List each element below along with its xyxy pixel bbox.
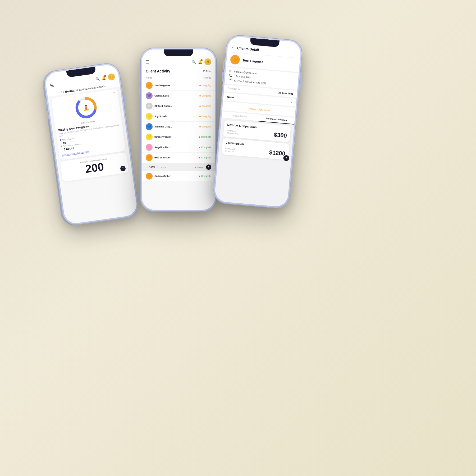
hamburger-icon-2[interactable]: ☰ [146, 59, 149, 65]
notes-label: Notes [227, 95, 235, 99]
solution-price-2: $1200 [269, 149, 286, 157]
status-joy: On-going [202, 115, 211, 118]
change-client-detail-link[interactable]: Change Client Detail [248, 107, 270, 112]
status-clifford: On-going [202, 105, 211, 107]
help-btn-center[interactable]: ? [206, 164, 211, 170]
notes-chevron[interactable]: ∨ [290, 100, 292, 104]
client-row-andrea[interactable]: 🧡 Andrea Collier Complete [142, 171, 215, 181]
status-terri: On-going [202, 84, 211, 87]
client-row-angelina[interactable]: 🩷 Angelina Mc... Complete [142, 142, 215, 153]
location-icon: 📍 [228, 79, 232, 82]
client-name-glenda: Glenda Koss [154, 94, 169, 97]
phone1-screen: ☰ 🔍 🔔 😊 Hi Bertha, Hi Bertha, welcome ba… [44, 64, 138, 225]
start-join-date: 24 June 2021 [278, 91, 293, 95]
status-kimberly: Complete [201, 136, 211, 138]
search-icon-2[interactable]: 🔍 [192, 60, 196, 64]
page-title: Clients Detail [237, 46, 259, 52]
back-arrow-icon[interactable]: ← [231, 45, 235, 50]
status-andrea: Complete [201, 175, 211, 177]
status-glenda: On-going [202, 94, 211, 97]
hamburger-icon[interactable]: ☰ [49, 83, 54, 88]
zoom-plus[interactable]: + [157, 165, 159, 169]
more-options-icon[interactable]: ⋯ [112, 91, 115, 95]
client-profile-name: Terri Hagenes [242, 58, 263, 64]
user-avatar[interactable]: 😊 [108, 73, 115, 81]
phone3-screen: ← Clients Detail 🧡 Terri Hagenes ✉ thage… [214, 36, 301, 207]
client-phone: +64 9-368 9487 [234, 75, 251, 79]
status-bob: Complete [201, 156, 211, 159]
client-row-kimberly[interactable]: 💛 Kimberly Kuhn Complete [142, 132, 215, 142]
email-icon: ✉ [229, 70, 232, 73]
client-row-joy[interactable]: 💛 Joy Strosin On-going [142, 111, 215, 122]
client-row-clifford[interactable]: 🤍 Clifford Ondri... On-going [142, 101, 215, 111]
client-name-bob: Bob Johnson [154, 156, 170, 159]
notification-icon-2[interactable]: 🔔 [198, 59, 202, 64]
client-name-jasmine: Jasmine Gray... [154, 125, 172, 128]
status-angelina: Complete [201, 146, 211, 149]
status-jasmine: On-going [202, 125, 211, 128]
client-profile-avatar: 🧡 [230, 54, 240, 65]
client-name-clifford: Clifford Ondri... [154, 105, 172, 107]
client-name-terri: Terri Hagenes [154, 84, 170, 87]
filter-button[interactable]: ⊟ Filter [203, 70, 211, 72]
client-name-kimberly: Kimberly Kuhn [154, 136, 171, 138]
notification-icon[interactable]: 🔔 [101, 75, 106, 81]
solution-price-1: $300 [274, 131, 287, 139]
zoom-value: 100% [149, 166, 155, 168]
client-name-angelina: Angelina Mc... [154, 146, 171, 149]
start-join-label: Start join in: [228, 87, 240, 91]
zoom-minus[interactable]: − [146, 165, 148, 169]
client-name-joy: Joy Strosin [154, 115, 167, 118]
user-avatar-2[interactable]: 😊 [204, 58, 211, 65]
client-row-terri[interactable]: 🧡 Terri Hagenes On-going [142, 80, 215, 91]
help-btn-detail[interactable]: ? [283, 155, 289, 161]
client-row-bob[interactable]: 🧡 Bob Johnson Complete [142, 153, 215, 163]
client-row-jasmine[interactable]: 💙 Jasmine Gray... On-going [142, 122, 215, 132]
col-name-header: Name [146, 76, 152, 79]
client-name-andrea: Andrea Collier [154, 175, 171, 177]
view-detail-link[interactable]: View a more detailed summary [62, 150, 89, 156]
phone-icon: 📞 [229, 74, 232, 77]
search-icon[interactable]: 🔍 [95, 77, 100, 81]
client-activity-title: Client Activity [146, 69, 170, 73]
phone2-screen: ☰ 🔍 🔔 😊 Client Activity ⊟ [142, 49, 215, 210]
col-activity-header: Activity [203, 76, 211, 79]
client-row-glenda[interactable]: 💜 Glenda Koss On-going [142, 91, 215, 101]
